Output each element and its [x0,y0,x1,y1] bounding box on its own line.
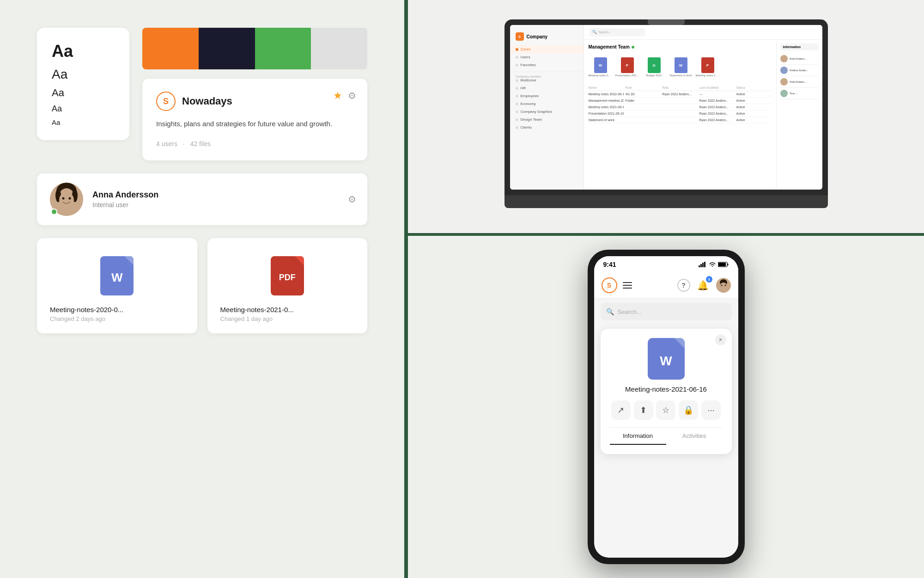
svg-rect-11 [704,262,705,267]
panel-divider [404,0,408,578]
phone-user-avatar[interactable] [716,278,731,293]
settings-icon[interactable]: ⚙ [348,90,356,101]
table-cell-risk-5 [663,118,698,122]
app-search-bar[interactable]: 🔍 Search... [590,28,645,37]
sidebar-item-hr[interactable]: HR [510,84,584,92]
phone-screen: 9:41 [594,256,738,558]
file-icon-wrap-1: W [98,255,135,296]
table-row-2[interactable]: Management meeting 2021 Folder Ryan 2022… [589,98,772,104]
tab-activities[interactable]: Activities [666,428,723,445]
phone-search-bar[interactable]: 🔍 Search... [601,303,732,320]
open-external-button[interactable]: ↗ [611,400,631,420]
app-right-item-2: Anders Ander... [780,65,819,76]
sidebar-dot-design-team [516,118,518,121]
sidebar-item-zones[interactable]: Zones [510,45,584,53]
right-text-2: Anders Ander... [790,69,808,72]
svg-rect-10 [702,263,704,267]
table-row-4[interactable]: Presentation 2021-06-16 Ryan 2022 Anders… [589,111,772,117]
file-icon-wrap-2: PDF [269,255,306,296]
workspace-files: 42 files [190,140,211,148]
user-settings-icon[interactable]: ⚙ [348,194,356,205]
favorite-button[interactable]: ☆ [656,400,675,420]
sidebar-item-employees[interactable]: Employees [510,92,584,100]
user-name: Anna Andersson [92,190,158,200]
table-row-1[interactable]: Meeting notes 2022-06-16 4G 2D Ryan 2022… [589,91,772,98]
sidebar-item-company-graphics[interactable]: Company Graphics [510,108,584,116]
sidebar-label-multizone: Multizone [521,78,536,82]
sidebar-item-clients[interactable]: Clients [510,123,584,131]
table-cell-modified-4: Ryan 2022 Anders... [699,112,735,115]
user-avatar-wrap [50,183,83,216]
swatch-light [311,28,367,69]
sidebar-label-economy: Economy [521,102,536,106]
svg-point-6 [62,197,65,200]
phone-file-name: Meeting-notes-2021-06-16 [610,385,723,393]
left-panel: Aa Aa Aa Aa Aa S Nowadays ★ [0,0,404,578]
table-cell-role-3 [626,105,661,109]
phone-app-logo: S [602,277,617,293]
share-button[interactable]: ⬆ [634,400,653,420]
app-content: Management Team W Meeting notes 2021-... [584,40,822,190]
table-cell-risk-2 [663,99,698,102]
laptop-base [505,195,828,208]
sidebar-label-employees: Employees [521,94,539,98]
star-icon[interactable]: ★ [333,90,342,102]
app-sidebar: S Company Zones Users [510,25,584,190]
workspace-bullet: · [183,140,185,148]
app-right-tab-info[interactable]: Information [780,43,819,50]
sidebar-item-design-team[interactable]: Design Team [510,116,584,123]
phone-search-icon: 🔍 [606,308,614,315]
swatch-orange [142,28,199,69]
file-card-2[interactable]: PDF Meeting-notes-2021-0... Changed 1 da… [207,238,368,333]
table-cell-status-4: Active [736,112,772,115]
pdf-letter-2: PDF [279,273,296,283]
phone-file-letter: W [660,354,672,369]
workspace-name-label: Management Team [589,44,630,49]
app-file-icon-1: W [594,57,607,73]
phone-avatar-image [716,278,731,293]
help-icon[interactable]: ? [677,279,690,292]
color-swatches [142,28,367,69]
sidebar-dot-favorites [516,64,518,67]
file-cards-row: W Meeting-notes-2020-0... Changed 2 days… [37,238,367,333]
sidebar-label-favorites: Favorites [521,63,536,67]
svg-rect-14 [727,264,728,265]
sidebar-item-users[interactable]: Users [510,53,584,61]
tab-information[interactable]: Information [610,428,666,445]
lock-button[interactable]: 🔒 [679,400,698,420]
sidebar-item-favorites[interactable]: Favorites [510,61,584,69]
workspace-online-badge [632,46,634,49]
sidebar-item-economy[interactable]: Economy [510,100,584,108]
table-cell-risk-3 [663,105,698,109]
more-options-button[interactable]: ··· [701,400,721,420]
app-file-thumb-3[interactable]: G Budget 2022 [642,53,666,81]
svg-point-19 [724,285,726,286]
table-row-3[interactable]: Meeting notes 2021-06-16 Ryan 2022 Ander… [589,104,772,111]
table-row-5[interactable]: Statement of work Ryan 2022 Anders... Ac… [589,117,772,123]
phone-app-header: S ? [594,273,738,298]
app-file-thumb-2[interactable]: P Presentation 2021-... [615,53,639,81]
app-file-thumb-5[interactable]: P Meeting notes 2021-... [696,53,720,81]
right-avatar-2 [780,67,788,74]
svg-rect-9 [700,264,702,267]
workspace-meta: 4 users · 42 files [156,140,353,148]
app-file-thumb-4[interactable]: W Statement of work [669,53,693,81]
table-cell-role-5 [626,118,661,122]
file-card-1[interactable]: W Meeting-notes-2020-0... Changed 2 days… [37,238,197,333]
hamburger-icon[interactable] [623,282,632,289]
table-cell-role-2: Folder [626,99,661,102]
table-cell-name-2: Management meeting 2021 [589,99,624,102]
sidebar-label-users: Users [521,55,530,59]
app-header: 🔍 Search... [584,25,822,40]
sidebar-dot-zones [516,48,518,51]
app-file-thumb-1[interactable]: W Meeting notes 2021-... [589,53,613,81]
table-cell-status-2: Active [736,99,772,102]
typo-item-1: Aa [52,41,115,62]
app-file-label-2: Presentation 2021-... [615,74,639,77]
laptop-wrap: S Company Zones Users [505,19,828,214]
workspace-card: S Nowadays ★ ⚙ Insights, plans and strat… [142,79,367,160]
notification-icon-wrap[interactable]: 🔔 3 [697,279,710,292]
svg-rect-8 [699,265,700,267]
phone-close-button[interactable]: × [715,334,726,345]
file-name-1: Meeting-notes-2020-0... [50,306,123,314]
